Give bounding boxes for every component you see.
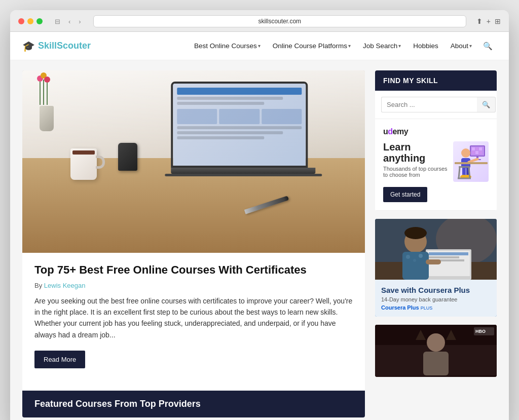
- nav-item-job-search[interactable]: Job Search ▾: [358, 39, 406, 53]
- coursera-logo: Coursera Plus PLUS: [381, 304, 491, 311]
- svg-text:HBO: HBO: [475, 329, 486, 334]
- svg-point-39: [427, 333, 445, 352]
- search-box: 🔍: [375, 91, 497, 119]
- svg-rect-28: [429, 256, 459, 258]
- flowers: [40, 80, 54, 105]
- article-byline: By Lewis Keegan: [34, 282, 353, 289]
- chevron-down-icon: ▾: [469, 43, 472, 49]
- read-more-button[interactable]: Read More: [34, 351, 85, 368]
- site-logo[interactable]: 🎓 SkillScouter: [22, 40, 91, 52]
- main-content-column: Top 75+ Best Free Online Courses With Ce…: [22, 70, 365, 417]
- forward-button[interactable]: ›: [77, 17, 83, 26]
- svg-point-10: [461, 148, 470, 158]
- screen-content-row: [177, 131, 283, 134]
- nav-search-button[interactable]: 🔍: [479, 39, 497, 54]
- nav-item-about[interactable]: About ▾: [446, 39, 477, 53]
- sidebar: FIND MY SKILL 🔍 udemy Lear: [375, 70, 497, 417]
- site-header: 🎓 SkillScouter Best Online Courses ▾ Onl…: [10, 32, 509, 60]
- svg-rect-40: [423, 352, 449, 375]
- close-button[interactable]: [18, 18, 24, 24]
- svg-rect-7: [472, 151, 475, 154]
- article-title: Top 75+ Best Free Online Courses With Ce…: [34, 263, 353, 278]
- svg-rect-21: [455, 162, 488, 164]
- udemy-logo: udemy: [383, 127, 489, 136]
- svg-point-31: [404, 227, 427, 239]
- udemy-illustration-svg: [455, 143, 488, 181]
- svg-point-33: [406, 255, 410, 259]
- screen-header-bar: [177, 88, 302, 95]
- screen-content-row: [177, 126, 302, 129]
- address-bar[interactable]: skillscouter.com: [93, 15, 466, 27]
- maximize-button[interactable]: [36, 18, 43, 24]
- new-tab-button[interactable]: +: [487, 17, 491, 25]
- share-button[interactable]: ⬆: [476, 17, 483, 25]
- sidebar-toggle-button[interactable]: ⊟: [53, 17, 62, 26]
- svg-rect-4: [472, 147, 475, 150]
- laptop-foot: [165, 174, 322, 176]
- coffee-grinder: [118, 143, 137, 171]
- laptop-screen-inner: [173, 84, 306, 166]
- svg-rect-17: [459, 166, 470, 168]
- site-content: Top 75+ Best Free Online Courses With Ce…: [10, 60, 509, 420]
- coursera-subtext: 14-Day money back guarantee: [381, 296, 491, 302]
- search-input[interactable]: [381, 97, 477, 112]
- udemy-illustration: [453, 141, 489, 182]
- chevron-down-icon: ▾: [348, 43, 351, 49]
- svg-rect-8: [475, 151, 478, 154]
- back-button[interactable]: ‹: [66, 17, 72, 26]
- nav-item-online-course-platforms[interactable]: Online Course Platforms ▾: [268, 39, 356, 53]
- svg-line-19: [469, 168, 470, 178]
- coffee-mug: [70, 148, 97, 180]
- chevron-down-icon: ▾: [398, 43, 401, 49]
- mug-liquid: [72, 150, 95, 155]
- coursera-advertisement[interactable]: Save with Coursera Plus 14-Day money bac…: [375, 219, 497, 317]
- laptop-base: [171, 168, 315, 174]
- article-excerpt: Are you seeking out the best free online…: [34, 295, 353, 341]
- article-body: Top 75+ Best Free Online Courses With Ce…: [22, 253, 365, 391]
- logo-icon: 🎓: [22, 40, 35, 52]
- udemy-headline: Learn anything: [383, 141, 449, 164]
- url-display: skillscouter.com: [258, 18, 301, 25]
- screen-content-row: [177, 136, 264, 139]
- minimize-button[interactable]: [27, 18, 33, 24]
- svg-rect-9: [479, 151, 482, 154]
- browser-controls: ⊟ ‹ ›: [53, 17, 83, 26]
- laptop: [171, 82, 322, 176]
- site-navigation: Best Online Courses ▾ Online Course Plat…: [189, 39, 497, 54]
- article-hero-image: [22, 70, 365, 253]
- svg-point-35: [419, 254, 423, 258]
- vase-decoration: [40, 80, 54, 131]
- website: 🎓 SkillScouter Best Online Courses ▾ Onl…: [10, 32, 509, 420]
- nav-item-best-online-courses[interactable]: Best Online Courses ▾: [189, 39, 266, 53]
- browser-titlebar: ⊟ ‹ › skillscouter.com ⬆ + ⊞: [10, 10, 509, 32]
- svg-rect-5: [475, 147, 478, 150]
- chevron-down-icon: ▾: [258, 43, 261, 49]
- featured-courses-bar: Featured Courses From Top Providers: [22, 391, 365, 417]
- find-my-skill-widget: FIND MY SKILL 🔍 udemy Lear: [375, 70, 497, 211]
- vase-body: [40, 106, 54, 131]
- search-button[interactable]: 🔍: [477, 97, 496, 112]
- udemy-text: Learn anything Thousands of top courses …: [383, 141, 449, 178]
- svg-rect-27: [429, 252, 468, 255]
- coursera-image-svg: [375, 219, 497, 280]
- udemy-subtext: Thousands of top courses to choose from: [383, 166, 449, 178]
- screen-content-row: [177, 102, 264, 105]
- extensions-button[interactable]: ⊞: [495, 17, 501, 25]
- widget-header: FIND MY SKILL: [375, 70, 497, 91]
- udemy-get-started-button[interactable]: Get started: [383, 187, 427, 202]
- hbo-scene-svg: HBO: [375, 325, 497, 375]
- hbo-advertisement[interactable]: HBO: [375, 325, 497, 377]
- author-link[interactable]: Lewis Keegan: [44, 282, 86, 289]
- flower-stem-1: [40, 80, 41, 105]
- browser-window: ⊟ ‹ › skillscouter.com ⬆ + ⊞ 🎓 SkillScou…: [10, 10, 509, 420]
- flower-stem-2: [43, 80, 44, 105]
- screen-block-content: [177, 109, 302, 124]
- svg-rect-36: [426, 259, 441, 264]
- coursera-headline: Save with Coursera Plus: [381, 286, 491, 294]
- nav-item-hobbies[interactable]: Hobbies: [408, 39, 443, 53]
- coursera-text-area: Save with Coursera Plus 14-Day money bac…: [375, 280, 497, 317]
- flower-stem-3: [47, 80, 48, 105]
- screen-block-item: [262, 109, 302, 124]
- coursera-image: [375, 219, 497, 280]
- svg-line-18: [459, 168, 460, 178]
